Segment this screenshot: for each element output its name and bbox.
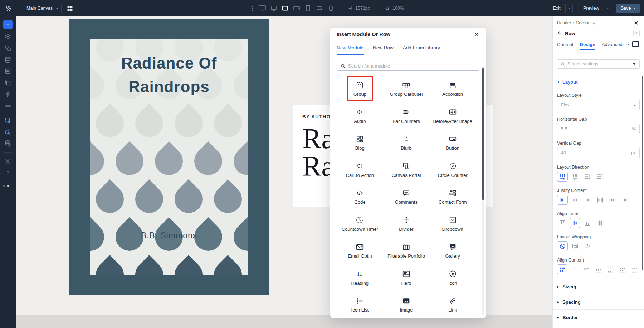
justify-content-space-evenly-button[interactable] xyxy=(620,195,630,205)
add-button[interactable]: + xyxy=(3,20,13,29)
select-options-button[interactable] xyxy=(4,128,11,135)
layout-wrapping-wrap-reverse-button[interactable] xyxy=(582,241,593,251)
layers-button[interactable] xyxy=(4,33,11,40)
preview-chevron-icon[interactable]: ▾ xyxy=(604,4,611,13)
module-blog[interactable]: Blog xyxy=(337,133,383,160)
layout-direction-row-arrow-up-button[interactable] xyxy=(595,172,605,182)
device-desktop-small-button[interactable] xyxy=(269,3,278,14)
zoom-control[interactable]: 100% xyxy=(381,4,408,13)
module-call-to-action[interactable]: Call To Action xyxy=(337,160,383,188)
layout-direction-row-arrow-down-button[interactable] xyxy=(582,172,593,182)
canvas-pager-dots[interactable] xyxy=(3,185,9,187)
back-arrow-icon[interactable] xyxy=(557,31,562,36)
data-settings-button[interactable] xyxy=(4,140,11,147)
align-items-center-button[interactable] xyxy=(570,218,580,228)
module-bar-counters[interactable]: Bar Counters xyxy=(383,106,430,134)
device-tablet-landscape-button[interactable] xyxy=(292,3,301,14)
filter-funnel-icon[interactable] xyxy=(632,62,636,66)
module-comments[interactable]: Comments xyxy=(383,187,430,214)
module-group[interactable]: Group xyxy=(337,79,383,106)
tab-advanced[interactable]: Advanced xyxy=(602,40,623,50)
breadcrumb-header[interactable]: Header xyxy=(557,20,571,25)
justify-content-space-around-button[interactable] xyxy=(607,195,618,205)
preview-button[interactable]: Preview xyxy=(578,4,604,13)
align-content-center-button[interactable] xyxy=(581,264,591,274)
justify-content-space-between-button[interactable] xyxy=(595,195,605,205)
justify-content-flex-end-button[interactable] xyxy=(582,195,593,205)
pager-dot[interactable] xyxy=(3,185,5,187)
book-cover-image[interactable]: Radiance Of Raindrops B.B. Simmons xyxy=(69,19,269,295)
align-items-flex-start-button[interactable] xyxy=(557,218,568,228)
module-countdown-timer[interactable]: Countdown Timer xyxy=(337,214,383,242)
align-content-flex-start-button[interactable] xyxy=(569,264,580,274)
exit-button[interactable]: Exit xyxy=(548,4,566,13)
section-spacing-header[interactable]: ▶ Spacing xyxy=(553,294,644,310)
module-icon-list[interactable]: Icon List xyxy=(337,295,383,318)
vertical-gap-input[interactable] xyxy=(561,150,618,155)
module-canvas-portal[interactable]: Canvas Portal xyxy=(383,160,430,188)
module-circle-counter[interactable]: Circle Counter xyxy=(429,160,476,188)
module-heading[interactable]: HHeading xyxy=(337,268,383,295)
panel-scrollbar-thumb[interactable] xyxy=(642,76,643,270)
modal-close-icon[interactable]: × xyxy=(472,29,482,39)
align-content-stretch-button[interactable] xyxy=(557,264,567,274)
module-blurb[interactable]: Blurb xyxy=(383,133,430,160)
module-gallery[interactable]: Gallery xyxy=(429,241,476,268)
align-items-flex-end-button[interactable] xyxy=(582,218,593,228)
panel-close-icon[interactable]: × xyxy=(632,19,640,27)
design-assets-button[interactable] xyxy=(4,45,11,52)
undock-panel-icon[interactable] xyxy=(633,30,640,36)
module-divider[interactable]: Divider xyxy=(383,214,430,242)
pager-dot[interactable] xyxy=(7,185,9,187)
module-filterable-portfolio[interactable]: Filterable Portfolio xyxy=(383,241,430,268)
canvas-width-control[interactable]: 1572px xyxy=(343,4,374,13)
module-code[interactable]: Code xyxy=(337,187,383,214)
device-custom-button[interactable] xyxy=(280,3,290,14)
module-button[interactable]: Button xyxy=(429,133,476,160)
tabs-chevron-icon[interactable]: ▾ xyxy=(627,42,629,46)
section-border-header[interactable]: ▶ Border xyxy=(553,310,644,325)
save-button[interactable]: Save ▾ xyxy=(616,4,640,13)
tools-button[interactable] xyxy=(4,158,11,165)
align-content-space-evenly-button[interactable] xyxy=(629,264,640,274)
device-phone-landscape-button[interactable] xyxy=(315,3,324,14)
tab-content[interactable]: Content xyxy=(557,40,574,50)
settings-gear-icon[interactable] xyxy=(5,5,12,12)
align-content-flex-end-button[interactable] xyxy=(593,264,604,274)
interactions-button[interactable] xyxy=(4,90,11,98)
align-items-stretch-button[interactable] xyxy=(595,218,605,228)
device-phone-portrait-button[interactable] xyxy=(326,3,336,14)
module-image[interactable]: Image xyxy=(383,295,430,318)
device-desktop-button[interactable] xyxy=(258,3,267,14)
module-accordion[interactable]: Accordion xyxy=(429,79,476,106)
align-content-space-between-button[interactable] xyxy=(605,264,616,274)
module-before-after-image[interactable]: Before/After Image xyxy=(429,106,476,134)
tab-add-from-library[interactable]: Add From Library xyxy=(403,41,440,55)
justify-content-center-button[interactable] xyxy=(570,195,580,205)
select-module-button[interactable] xyxy=(4,117,11,124)
module-audio[interactable]: Audio xyxy=(337,106,383,134)
device-tablet-portrait-button[interactable] xyxy=(303,3,313,14)
align-content-space-around-button[interactable] xyxy=(618,264,628,274)
database-button[interactable] xyxy=(4,56,11,63)
horizontal-gap-input[interactable] xyxy=(561,126,618,131)
section-layout-header[interactable]: ▼ Layout xyxy=(557,79,640,84)
module-dropdown[interactable]: Dropdown xyxy=(429,214,476,242)
tab-design[interactable]: Design xyxy=(580,40,595,50)
justify-content-flex-start-button[interactable] xyxy=(557,195,568,205)
section-sizing-header[interactable]: ▶ Sizing xyxy=(553,279,644,294)
tab-new-row[interactable]: New Row xyxy=(373,41,394,55)
template-button[interactable] xyxy=(4,68,11,75)
module-hero[interactable]: Hero xyxy=(383,268,430,295)
help-button[interactable]: ? xyxy=(4,169,11,177)
module-search-input[interactable] xyxy=(348,63,476,69)
module-group-carousel[interactable]: Group Carousel xyxy=(383,79,430,106)
settings-search-input[interactable] xyxy=(567,61,630,66)
layout-wrapping-wrap-button[interactable] xyxy=(570,241,580,251)
layout-direction-column-arrow-left-button[interactable] xyxy=(570,172,580,182)
layout-direction-column-arrow-right-button[interactable] xyxy=(557,172,568,182)
breadcrumb-section[interactable]: Section xyxy=(576,20,590,25)
module-link[interactable]: Link xyxy=(429,295,476,318)
module-email-optin[interactable]: Email Optin xyxy=(337,241,383,268)
more-options-icon[interactable] xyxy=(250,6,255,11)
